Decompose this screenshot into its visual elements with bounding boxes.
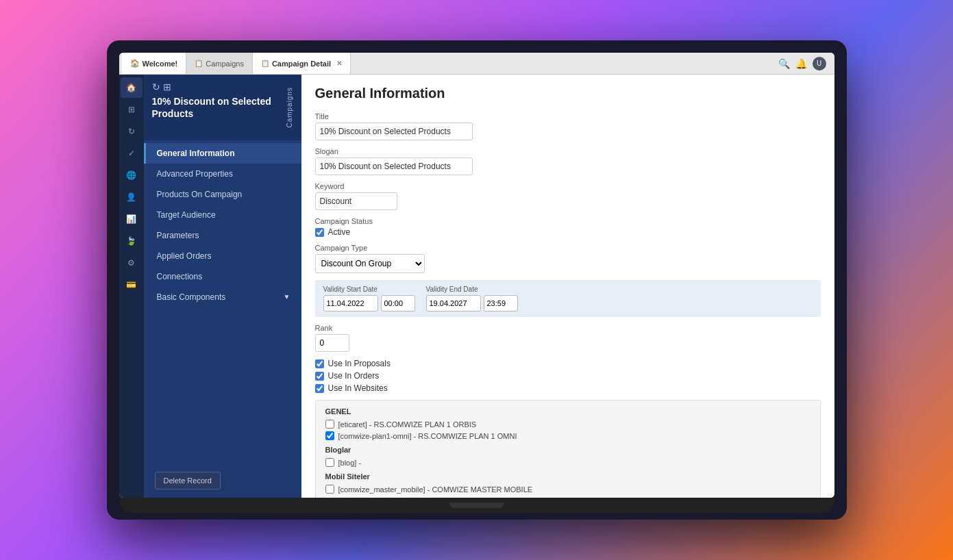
sidebar-icon-settings[interactable]: ⚙: [121, 253, 143, 273]
campaign-title: 10% Discount on Selected Products: [152, 95, 280, 120]
website-item-mobile: [comwize_master_mobile] - COMWIZE MASTER…: [325, 485, 810, 494]
sidebar-icon-wallet[interactable]: 💳: [121, 275, 143, 295]
menu-item-general-information[interactable]: General Information: [144, 143, 301, 164]
campaign-status-group: Campaign Status Active: [315, 217, 821, 237]
rank-group: Rank: [315, 324, 821, 352]
mobile-label: [comwize_master_mobile] - COMWIZE MASTER…: [338, 485, 533, 494]
use-in-websites-checkbox[interactable]: [315, 384, 324, 393]
menu-item-products-on-campaign[interactable]: Products On Campaign: [144, 184, 301, 205]
title-input[interactable]: [315, 123, 473, 140]
mobil-siteler-group-title: Mobil Siteler: [325, 472, 810, 481]
validity-start-date-input[interactable]: [323, 295, 378, 311]
campaign-header-icons: ↻ ⊞: [152, 81, 280, 92]
title-group: Title: [315, 112, 821, 140]
campaign-type-label: Campaign Type: [315, 244, 821, 252]
campaign-type-select[interactable]: Discount On Group Discount On Item Fixed…: [315, 254, 425, 273]
menu-item-connections-label: Connections: [157, 272, 203, 281]
tab-welcome[interactable]: 🏠 Welcome!: [122, 53, 187, 74]
campaign-grid-icon[interactable]: ⊞: [163, 81, 171, 92]
campaign-refresh-icon[interactable]: ↻: [152, 81, 160, 92]
tab-welcome-label: Welcome!: [143, 60, 178, 68]
avatar-label: U: [817, 60, 821, 67]
use-in-proposals-label: Use In Proposals: [328, 359, 391, 368]
campaign-type-group: Campaign Type Discount On Group Discount…: [315, 244, 821, 273]
validity-start-time-input[interactable]: [381, 295, 415, 311]
expand-icon: ▼: [284, 293, 290, 301]
sidebar-icon-grid[interactable]: ⊞: [121, 99, 143, 120]
blog-checkbox[interactable]: [325, 458, 334, 467]
validity-end-time-input[interactable]: [484, 295, 518, 311]
keyword-group: Keyword: [315, 182, 821, 210]
genel-group-title: GENEL: [325, 407, 810, 416]
websites-section: GENEL [eticaret] - RS.COMWIZE PLAN 1 ORB…: [315, 400, 821, 498]
use-in-proposals-checkbox[interactable]: [315, 359, 324, 368]
sidebar-icon-table[interactable]: 📊: [121, 209, 143, 229]
tab-campaigns-label: Campaigns: [206, 60, 244, 68]
tab-close-icon[interactable]: ✕: [336, 60, 342, 67]
tab-bar: 🏠 Welcome! 📋 Campaigns 📋 Campaign Detail…: [119, 53, 834, 75]
slogan-input[interactable]: [315, 157, 473, 175]
campaigns-tab-icon: 📋: [195, 60, 203, 67]
sidebar-icon-check[interactable]: ✓: [121, 143, 143, 164]
avatar[interactable]: U: [813, 57, 826, 71]
campaign-status-label: Campaign Status: [315, 217, 821, 225]
menu-item-target-audience[interactable]: Target Audience: [144, 205, 301, 225]
campaign-menu: General Information Advanced Properties …: [144, 140, 301, 463]
validity-start-inputs: [323, 295, 415, 311]
delete-record-button[interactable]: Delete Record: [155, 472, 221, 489]
validity-end-group: Validity End Date: [426, 285, 518, 311]
search-icon[interactable]: 🔍: [778, 58, 790, 69]
campaign-header: ↻ ⊞ 10% Discount on Selected Products Ca…: [144, 75, 301, 140]
checkboxes-row: Use In Proposals Use In Orders Use In We…: [315, 359, 821, 393]
use-in-websites-group: Use In Websites: [315, 383, 821, 393]
menu-item-basic-components-label: Basic Components: [157, 292, 226, 302]
tab-bar-left: 🏠 Welcome! 📋 Campaigns 📋 Campaign Detail…: [122, 53, 351, 74]
menu-item-products-on-campaign-label: Products On Campaign: [157, 190, 243, 199]
mobile-checkbox[interactable]: [325, 485, 334, 494]
menu-item-advanced-properties[interactable]: Advanced Properties: [144, 164, 301, 184]
menu-item-connections[interactable]: Connections: [144, 266, 301, 287]
menu-item-applied-orders[interactable]: Applied Orders: [144, 246, 301, 266]
omni-label: [comwize-plan1-omni] - RS.COMWIZE PLAN 1…: [338, 432, 517, 440]
sidebar-icon-globe[interactable]: 🌐: [121, 165, 143, 186]
website-item-eticaret: [eticaret] - RS.COMWIZE PLAN 1 ORBIS: [325, 420, 810, 429]
tab-campaign-detail-label: Campaign Detail: [272, 60, 331, 68]
keyword-input[interactable]: [315, 192, 397, 210]
validity-end-inputs: [426, 295, 518, 311]
sidebar-icon-home[interactable]: 🏠: [121, 77, 143, 98]
blog-label: [blog] -: [338, 459, 362, 467]
tab-campaign-detail[interactable]: 📋 Campaign Detail ✕: [253, 53, 351, 74]
website-item-blog: [blog] -: [325, 458, 810, 467]
menu-item-general-information-label: General Information: [157, 149, 235, 158]
home-tab-icon: 🏠: [130, 59, 140, 68]
menu-item-basic-components[interactable]: Basic Components ▼: [144, 287, 301, 307]
sidebar-icons: 🏠 ⊞ ↻ ✓ 🌐 👤 📊 🍃 ⚙ 💳: [119, 75, 144, 498]
rank-input[interactable]: [315, 334, 349, 352]
tab-bar-right: 🔍 🔔 U: [778, 57, 832, 71]
active-checkbox[interactable]: [315, 228, 324, 237]
campaign-detail-tab-icon: 📋: [261, 60, 269, 67]
validity-start-group: Validity Start Date: [323, 285, 415, 311]
sidebar-icon-person[interactable]: 👤: [121, 187, 143, 207]
menu-item-target-audience-label: Target Audience: [157, 210, 216, 220]
campaign-sidebar: ↻ ⊞ 10% Discount on Selected Products Ca…: [144, 75, 301, 498]
use-in-orders-label: Use In Orders: [328, 371, 380, 381]
use-in-orders-checkbox[interactable]: [315, 372, 324, 381]
title-label: Title: [315, 112, 821, 120]
validity-end-label: Validity End Date: [426, 285, 518, 293]
eticaret-checkbox[interactable]: [325, 420, 334, 429]
active-label: Active: [328, 227, 351, 237]
tab-campaigns[interactable]: 📋 Campaigns: [186, 53, 253, 74]
active-checkbox-group: Active: [315, 227, 821, 237]
menu-item-parameters[interactable]: Parameters: [144, 225, 301, 246]
bell-icon[interactable]: 🔔: [795, 58, 807, 69]
menu-item-advanced-properties-label: Advanced Properties: [157, 169, 233, 179]
sidebar-icon-leaf[interactable]: 🍃: [121, 231, 143, 251]
validity-end-date-input[interactable]: [426, 295, 481, 311]
slogan-group: Slogan: [315, 147, 821, 175]
website-item-omni: [comwize-plan1-omni] - RS.COMWIZE PLAN 1…: [325, 431, 810, 440]
sidebar-icon-refresh[interactable]: ↻: [121, 121, 143, 142]
omni-checkbox[interactable]: [325, 431, 334, 440]
bloglar-group-title: Bloglar: [325, 446, 810, 454]
use-in-websites-label: Use In Websites: [328, 383, 388, 393]
